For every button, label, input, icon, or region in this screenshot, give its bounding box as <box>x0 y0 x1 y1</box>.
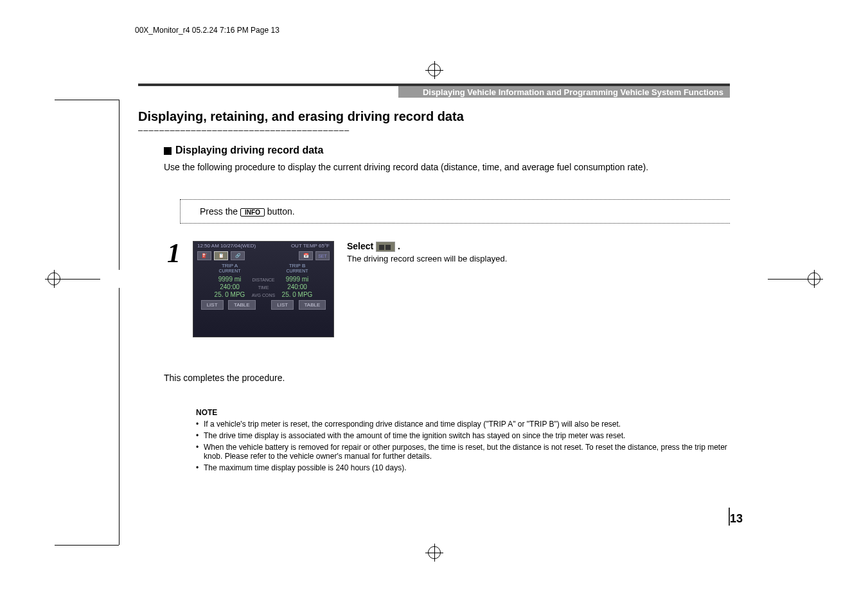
driving-record-select-icon <box>376 242 395 252</box>
driving-record-icon: 📋 <box>214 251 228 260</box>
trip-b-time: 240:00 <box>267 283 328 290</box>
section-header-bar: Displaying Vehicle Information and Progr… <box>398 84 730 98</box>
section-header-line <box>138 84 398 86</box>
fuel-icon: ⛽ <box>197 251 211 260</box>
vehicle-display-screenshot: 12:50 AM 10/27/04(WED) OUT TEMP 65°F ⛽ 📋… <box>193 241 334 337</box>
trip-b-distance: 9999 mi <box>267 276 328 283</box>
page-number: 13 <box>730 512 743 526</box>
trip-a-cons: 25. 0 MPG <box>199 291 260 298</box>
screen-out-temp: OUT TEMP 65°F <box>291 243 330 249</box>
select-period: . <box>398 241 400 251</box>
select-instruction: Select . <box>347 241 400 252</box>
note-item: The drive time display is associated wit… <box>196 431 730 440</box>
subheading-text: Displaying driving record data <box>175 145 323 155</box>
note-list: If a vehicle's trip meter is reset, the … <box>196 420 730 472</box>
svg-rect-1 <box>385 245 391 250</box>
table-button-a: TABLE <box>228 300 256 310</box>
note-section: NOTE If a vehicle's trip meter is reset,… <box>196 408 730 475</box>
crop-mark-right <box>805 270 823 288</box>
crop-guide <box>55 545 119 546</box>
info-button-icon: INFO <box>240 208 265 217</box>
screen-time: 12:50 AM 10/27/04(WED) <box>197 243 256 249</box>
select-word: Select <box>347 241 376 251</box>
trip-icon: 🔗 <box>231 251 245 260</box>
step-number-1: 1 <box>167 238 181 269</box>
note-item: When the vehicle battery is removed for … <box>196 443 730 461</box>
list-button-b: LIST <box>271 300 294 310</box>
trip-a-title: TRIP A <box>199 263 260 269</box>
crop-guide <box>55 100 119 100</box>
trip-b-title: TRIP B <box>267 263 328 269</box>
calendar-icon: 📅 <box>299 251 313 260</box>
square-bullet-icon <box>164 147 172 155</box>
crop-mark-top <box>425 61 443 79</box>
trip-b-current: CURRENT <box>267 269 328 273</box>
main-heading: Displaying, retaining, and erasing drivi… <box>138 109 464 124</box>
press-pre: Press the <box>200 206 240 217</box>
procedure-complete-text: This completes the procedure. <box>164 373 285 383</box>
press-instruction-box: Press the INFO button. <box>180 199 730 224</box>
subheading-displaying: Displaying driving record data <box>164 145 323 156</box>
svg-rect-0 <box>379 245 384 250</box>
set-button: SET <box>315 251 330 260</box>
crop-guide <box>119 288 120 545</box>
crop-mark-left <box>45 270 63 288</box>
note-title: NOTE <box>196 408 730 417</box>
crop-mark-bottom <box>425 544 443 562</box>
press-post: button. <box>267 206 295 217</box>
trip-b-cons: 25. 0 MPG <box>267 291 328 298</box>
header-file-info: 00X_Monitor_r4 05.2.24 7:16 PM Page 13 <box>135 26 279 35</box>
section-title: Displaying Vehicle Information and Progr… <box>423 87 723 97</box>
trip-a-time: 240:00 <box>199 283 260 290</box>
select-subtext: The driving record screen will be displa… <box>347 254 507 263</box>
crop-guide <box>768 279 805 280</box>
note-item: The maximum time display possible is 240… <box>196 463 730 472</box>
list-button-a: LIST <box>201 300 224 310</box>
heading-underline-dashes: –––––––––––––––––––––––––––––––––––––––– <box>138 125 350 135</box>
intro-paragraph: Use the following procedure to display t… <box>164 161 730 174</box>
table-button-b: TABLE <box>299 300 326 310</box>
note-item: If a vehicle's trip meter is reset, the … <box>196 420 730 429</box>
trip-a-current: CURRENT <box>199 269 260 273</box>
crop-guide <box>119 100 120 270</box>
trip-a-distance: 9999 mi <box>199 276 260 283</box>
crop-guide <box>63 279 100 280</box>
